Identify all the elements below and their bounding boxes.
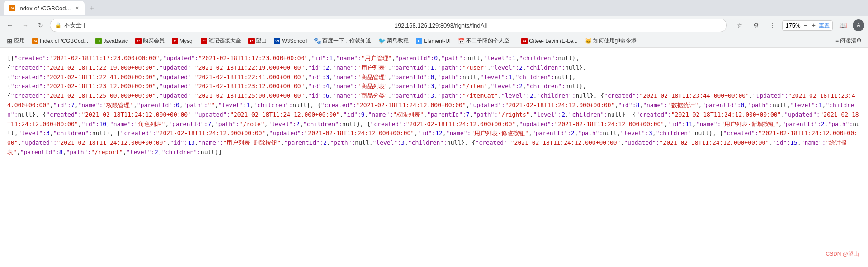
mysql-icon: C [172,38,178,44]
elementui-icon: E [416,38,422,44]
zoom-level: 175% [785,22,800,29]
zoom-decrease-button[interactable]: − [802,22,809,29]
zoom-control: 175% − + 重置 [782,20,833,31]
browser-controls: ← → ↻ 🔒 不安全 | 192.168.126.129:8093/right… [0,16,868,34]
notes-icon: C [201,38,207,44]
vip-icon: C [135,38,142,44]
w3school-icon: W [274,38,280,44]
bookmark-vip[interactable]: C 购买会员 [132,36,167,46]
javabasic-icon: J [95,38,102,44]
menu-button[interactable]: ⋮ [766,19,778,32]
gitee-icon: G [521,38,528,44]
bookmark-elementui[interactable]: E Element-UI [413,37,453,45]
bookmark-mysql[interactable]: C Mysql [169,37,196,45]
bookmark-git-cmd[interactable]: 🐱 如何使用git命令添... [582,36,644,46]
git-icon: 🐱 [585,38,592,44]
extensions-button[interactable]: ⚙ [750,19,762,32]
tab-close-button[interactable]: ✕ [75,5,79,11]
bookmark-apps[interactable]: ⊞ 应用 [4,36,28,46]
browser-chrome: G Index of /CGBCod... ✕ + ← → ↻ 🔒 不安全 | … [0,0,868,48]
apps-icon: ⊞ [6,38,13,44]
reading-list-icon: ≡ [835,38,839,44]
security-icon: 🔒 [55,22,61,28]
bookmark-notes[interactable]: C 笔记链接大全 [198,36,244,46]
baidu-icon: 🐾 [314,37,321,44]
bookmarks-bar: ⊞ 应用 G Index of /CGBCod... J JavaBasic C… [0,34,868,48]
tab-title: Index of /CGBCod... [18,5,71,12]
runoob-icon: 🐦 [378,37,386,44]
cgbcod-icon: G [32,38,38,44]
active-tab[interactable]: G Index of /CGBCod... ✕ [4,1,85,15]
url-text: 192.168.126.129:8093/rights/findAll [395,22,722,29]
bookmark-cgbcod[interactable]: G Index of /CGBCod... [29,37,91,45]
tab-favicon: G [9,5,15,11]
watermark: CSDN @望山 [826,250,859,258]
bookmark-runoob[interactable]: 🐦 菜鸟教程 [376,36,411,46]
zoom-increase-button[interactable]: + [811,22,817,29]
reading-list-section: ≡ 阅读清单 [833,36,864,46]
reading-list-item[interactable]: ≡ 阅读清单 [833,36,864,46]
address-bar[interactable]: 🔒 不安全 | 192.168.126.129:8093/rights/find… [50,19,727,32]
zoom-reset-button[interactable]: 重置 [819,22,830,29]
bookmark-star-button[interactable]: ☆ [733,19,746,32]
forward-button[interactable]: → [19,19,32,32]
bookmark-javabasic[interactable]: J JavaBasic [93,37,131,45]
wangshan-icon: C [248,38,255,44]
reload-button[interactable]: ↻ [34,19,47,32]
bookmark-baidu[interactable]: 🐾 百度一下，你就知道 [311,36,374,46]
json-response-area: [{"created":"2021-02-18T11:17:23.000+00:… [0,48,868,163]
personal-icon: 📅 [458,38,465,44]
bookmark-w3school[interactable]: W W3School [271,37,309,45]
tab-bar: G Index of /CGBCod... ✕ + [0,0,868,16]
back-button[interactable]: ← [4,19,16,32]
bookmark-personal[interactable]: 📅 不二子阳的个人空... [455,36,517,46]
toolbar-right: ☆ ⚙ ⋮ 175% − + 重置 📖 A [733,19,864,32]
reading-list-button[interactable]: 📖 [836,19,849,32]
profile-button[interactable]: A [853,19,864,31]
bookmark-gitee[interactable]: G Gitee- Levin (E-Le... [519,37,580,45]
new-tab-button[interactable]: + [86,3,97,14]
url-prefix: 不安全 | [64,21,392,29]
bookmark-wangshan[interactable]: C 望山 [245,36,269,46]
